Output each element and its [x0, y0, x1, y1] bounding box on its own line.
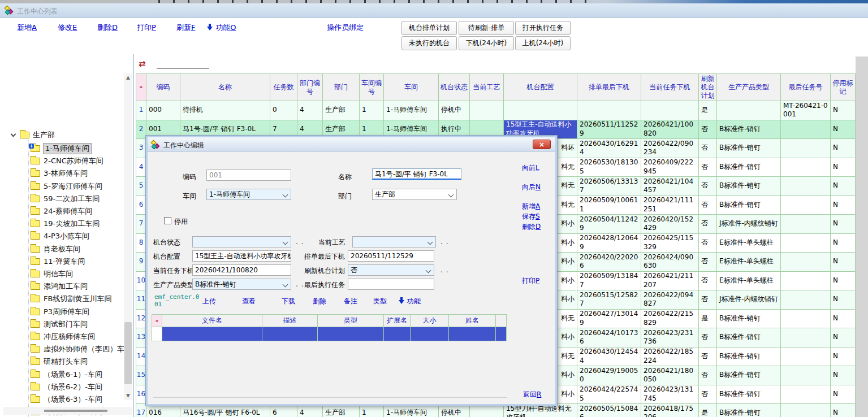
machine-status-select[interactable]	[192, 236, 291, 247]
tree-item[interactable]: 19-尖坡加工车间	[31, 219, 100, 229]
current-task-off-field[interactable]: 20260421/100820	[192, 264, 291, 276]
tree-item[interactable]: 11-弹簧车间	[31, 257, 85, 267]
tree-item[interactable]: （场景6-1）-车间	[31, 370, 102, 380]
product-type-select[interactable]: B标准件-销钉	[192, 279, 291, 290]
tree-item[interactable]: 5-罗海江师傅车间	[31, 181, 102, 192]
attachment-column-header[interactable]: 扩展名	[384, 315, 411, 327]
disable-checkbox[interactable]	[164, 217, 171, 224]
schedule-last-off-field[interactable]: 20260511/112529	[348, 250, 434, 262]
column-header[interactable]: 部门编号	[297, 74, 323, 101]
tree-item[interactable]: 4-P3小陈车间	[31, 231, 89, 241]
tree-item[interactable]: （场景6-3）-车间	[31, 394, 102, 405]
column-header[interactable]: 停用标记	[831, 74, 856, 101]
download-link[interactable]: 下载	[282, 297, 295, 306]
tree-horizontal-scrollbar[interactable]	[3, 407, 132, 415]
tree-item[interactable]: +1-马师傅车间	[31, 144, 91, 154]
tree-vertical-scrollbar[interactable]: ▲ ▼	[124, 73, 132, 400]
code-field[interactable]: 001	[206, 170, 291, 181]
attachment-selected-row[interactable]	[152, 327, 507, 341]
table-row[interactable]: 17016马16号-圆/平 销钉 F6-0L64生产部11-马师傅车间停机中15…	[136, 404, 856, 417]
tree-item[interactable]: 肖老板车间	[31, 244, 80, 254]
delete-attachment-link[interactable]: 删除	[313, 297, 326, 306]
add-link[interactable]: 新增A	[522, 202, 540, 211]
tree-item[interactable]: 测试部门车间	[31, 319, 88, 329]
tree-item[interactable]: 添鸿加工车间	[31, 281, 88, 292]
filter-underline[interactable]	[157, 68, 209, 69]
toolbar-delete-link[interactable]: 删除D	[97, 23, 118, 33]
delete-link[interactable]: 删除D	[522, 222, 541, 232]
tree-item[interactable]: （场景6-2）-车间	[31, 382, 102, 392]
print-link[interactable]: 打印P	[522, 276, 539, 286]
tree-item[interactable]: 3-林师傅车间	[31, 168, 88, 179]
idle-machines-button[interactable]: 未执行的机台	[401, 36, 457, 50]
column-header[interactable]: 任务数	[270, 74, 297, 101]
scroll-down-icon[interactable]: ▼	[124, 392, 132, 400]
scroll-thumb[interactable]	[44, 410, 107, 412]
remark-link[interactable]: 备注	[344, 297, 357, 306]
attachment-column-header[interactable]: 大小	[411, 315, 449, 327]
column-header[interactable]: -	[136, 74, 146, 101]
tree-item[interactable]: 2-CNC苏师傅车间	[31, 156, 103, 166]
tree-item[interactable]: 冲压杨师傅车间	[31, 332, 95, 342]
current-process-more[interactable]: . .	[441, 238, 448, 246]
toolbar-refresh-link[interactable]: 刷新F	[176, 23, 195, 33]
swap-columns-icon[interactable]: ⇄	[139, 59, 146, 69]
column-header[interactable]: 车间	[384, 74, 439, 101]
dept-select[interactable]: 生产部	[372, 189, 457, 200]
machine-status-more[interactable]: . .	[296, 238, 304, 246]
name-field[interactable]: 马1号-圆/平 销钉 F3-0L	[372, 168, 461, 180]
on-machine-24h-button[interactable]: 上机(24小时)	[515, 36, 571, 50]
upload-link[interactable]: 上传	[202, 297, 216, 306]
column-header[interactable]: 编码	[146, 74, 180, 101]
tree-item[interactable]: 虚拟外协师傅（李四）车间	[31, 344, 132, 354]
attachment-column-header[interactable]: 姓名	[449, 315, 496, 327]
save-link[interactable]: 保存S	[522, 212, 540, 221]
refresh-plan-select[interactable]: 否	[348, 264, 434, 276]
refresh-plan-more[interactable]: . .	[441, 266, 448, 274]
next-link[interactable]: 向后N	[522, 183, 541, 192]
column-header[interactable]: 车间编号	[360, 74, 384, 101]
column-header[interactable]: 刷新机台计划	[699, 74, 717, 101]
prev-link[interactable]: 向前L	[522, 163, 539, 173]
product-type-more[interactable]: . .	[296, 280, 304, 288]
tree-item[interactable]: 24-蔡师傅车间	[31, 206, 92, 216]
attachment-column-header[interactable]: 类型	[318, 315, 384, 327]
pending-refresh-schedule-button[interactable]: 待刷新-排单	[459, 21, 514, 35]
column-header[interactable]: 当前工艺	[470, 74, 504, 101]
scroll-up-icon[interactable]: ▲	[124, 73, 132, 82]
machine-schedule-plan-button[interactable]: 机台排单计划	[401, 21, 457, 35]
column-header[interactable]: 最后任务号	[781, 74, 831, 101]
current-process-select[interactable]	[352, 236, 436, 247]
attachment-function-link[interactable]: 功能	[399, 297, 421, 306]
toolbar-function-link[interactable]: 功能O	[207, 23, 236, 33]
toolbar-print-link[interactable]: 打印P	[137, 23, 156, 33]
operator-binding-link[interactable]: 操作员绑定	[327, 23, 364, 33]
dialog-titlebar[interactable]: 工作中心编辑 ×	[148, 137, 555, 152]
column-header[interactable]: 机台配置	[504, 74, 577, 101]
machine-config-field[interactable]: 15型王主-自动送料小功率攻牙机	[192, 250, 291, 262]
table-row[interactable]: 1000待排机04生产部11-马师傅车间停机中是MT-260421-0001N	[136, 101, 856, 120]
tree-item[interactable]: 59-二次加工车间	[31, 194, 100, 204]
tree-item[interactable]: P3周师傅车间	[31, 307, 89, 317]
column-header[interactable]: 当前任务下机	[641, 74, 699, 101]
tree-root-production-dept[interactable]: 生产部	[11, 130, 55, 140]
attachment-column-header[interactable]	[496, 315, 507, 327]
off-machine-24h-button[interactable]: 下机(24小时)	[459, 36, 514, 50]
return-link[interactable]: 返回R	[523, 390, 541, 399]
type-link[interactable]: 类型	[373, 297, 387, 306]
attachment-column-header[interactable]: 文件名	[162, 315, 262, 327]
column-header[interactable]: 排单最后下机	[577, 74, 641, 101]
toolbar-add-link[interactable]: 新增A	[17, 23, 37, 33]
workshop-select[interactable]: 1-马师傅车间	[206, 189, 291, 200]
attachment-column-header[interactable]: 描述	[262, 315, 318, 327]
attachment-column-header[interactable]: -	[152, 315, 162, 327]
close-button[interactable]: ×	[533, 140, 551, 149]
tree-item[interactable]: FB线切割黄玉川车间	[31, 294, 111, 304]
view-link[interactable]: 查看	[242, 297, 256, 306]
column-header[interactable]: 名称	[180, 74, 270, 101]
open-running-tasks-button[interactable]: 打开执行任务	[515, 21, 571, 35]
column-header[interactable]: 部门	[323, 74, 360, 101]
last-exec-task-field[interactable]	[348, 279, 434, 290]
tree-expand-icon[interactable]	[11, 132, 16, 137]
column-header[interactable]: 生产产品类型	[717, 74, 781, 101]
